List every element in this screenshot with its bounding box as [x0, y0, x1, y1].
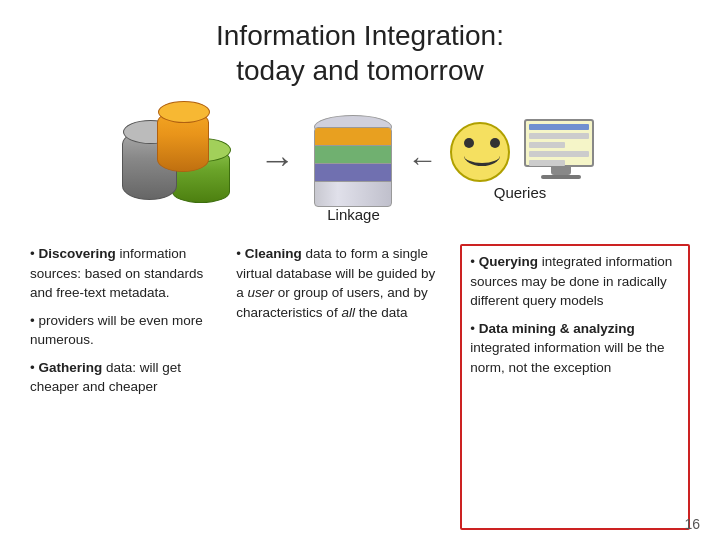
right-bullet-2: • Data mining & analyzing integrated inf… — [470, 319, 680, 378]
comp-row-1 — [529, 124, 589, 130]
database-group — [122, 110, 252, 210]
mid-b1-italic: user — [248, 285, 274, 300]
column-mid: • Cleaning data to form a single virtual… — [236, 244, 446, 530]
cyl-layer-1 — [315, 128, 391, 146]
arrow-right-icon: → — [260, 142, 296, 178]
page-title: Information Integration: today and tomor… — [30, 18, 690, 88]
mid-b1-bold: Cleaning — [245, 246, 302, 261]
right-b2-bold: Data mining & analyzing — [479, 321, 635, 336]
queries-visuals — [442, 119, 599, 184]
right-bullet-1: • Querying integrated information source… — [470, 252, 680, 311]
cylinder-orange — [157, 110, 209, 172]
content-row: • Discovering information sources: based… — [30, 244, 690, 530]
column-left: • Discovering information sources: based… — [30, 244, 222, 530]
column-right: • Querying integrated information source… — [460, 244, 690, 530]
comp-row-5 — [529, 160, 565, 166]
big-cylinder — [314, 115, 394, 205]
comp-base — [541, 175, 581, 179]
queries-group: Queries — [442, 119, 599, 201]
queries-label: Queries — [494, 184, 547, 201]
linkage-group: Linkage — [304, 115, 404, 205]
comp-row-4 — [529, 151, 589, 157]
page-number: 16 — [684, 516, 700, 532]
linkage-label: Linkage — [327, 206, 380, 223]
mid-b1-italic-all: all — [341, 305, 355, 320]
smiley-face-icon — [450, 122, 510, 182]
left-b3-bold: Gathering — [38, 360, 102, 375]
cyl-layer-2 — [315, 146, 391, 164]
big-cyl-body — [314, 127, 392, 207]
left-bullet-3: • Gathering data: will get cheaper and c… — [30, 358, 222, 397]
comp-row-2 — [529, 133, 589, 139]
mid-b1-end: the data — [355, 305, 408, 320]
computer-icon — [524, 119, 599, 184]
left-b1-bold: Discovering — [38, 246, 115, 261]
left-b2-rest: providers will be even more numerous. — [30, 313, 203, 348]
left-bullet-2: • providers will be even more numerous. — [30, 311, 222, 350]
page: Information Integration: today and tomor… — [0, 0, 720, 540]
visuals-container: → Linkage ← — [30, 100, 690, 220]
mid-bullet-1: • Cleaning data to form a single virtual… — [236, 244, 446, 322]
arrow-left-icon: ← — [408, 143, 438, 177]
comp-row-3 — [529, 142, 565, 148]
right-b1-bold: Querying — [479, 254, 538, 269]
left-bullet-1: • Discovering information sources: based… — [30, 244, 222, 303]
comp-screen — [524, 119, 594, 167]
right-b2-rest: integrated information will be the norm,… — [470, 340, 664, 375]
cyl-layer-3 — [315, 164, 391, 182]
comp-stand — [551, 167, 571, 175]
